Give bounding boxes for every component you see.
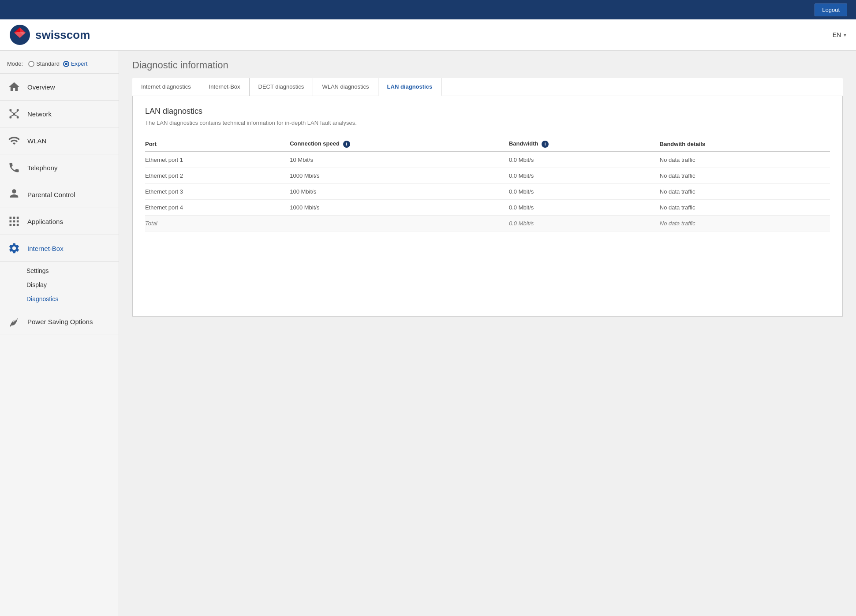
sidebar-item-applications-label: Applications: [27, 218, 63, 225]
total-details: No data traffic: [660, 215, 830, 231]
header: swisscom EN ▼: [0, 19, 856, 51]
apps-icon: [7, 214, 21, 228]
sidebar-item-power[interactable]: Power Saving Options: [0, 308, 119, 335]
lan-diagnostics-table: Port Connection speed i Bandwidth i Band…: [145, 137, 830, 231]
sidebar-item-wlan[interactable]: WLAN: [0, 127, 119, 154]
details-2: No data traffic: [660, 168, 830, 183]
tab-lan-diagnostics[interactable]: LAN diagnostics: [378, 78, 442, 96]
svg-rect-17: [13, 220, 15, 223]
mode-label: Mode:: [7, 60, 23, 67]
lan-diagnostics-description: The LAN diagnostics contains technical i…: [145, 119, 830, 126]
settings-cog-icon: [7, 241, 21, 255]
svg-rect-16: [10, 220, 12, 223]
mode-expert-radio[interactable]: [63, 61, 69, 67]
lang-label: EN: [833, 31, 841, 38]
submenu-item-display[interactable]: Display: [26, 278, 119, 292]
sidebar-item-applications[interactable]: Applications: [0, 208, 119, 235]
lan-diagnostics-panel: LAN diagnostics The LAN diagnostics cont…: [132, 96, 843, 317]
sidebar-item-internet-box[interactable]: Internet-Box: [0, 235, 119, 262]
total-row: Total 0.0 Mbit/s No data traffic: [145, 215, 830, 231]
top-bar: Logout: [0, 0, 856, 19]
speed-4: 1000 Mbit/s: [290, 199, 509, 215]
mode-standard-radio[interactable]: [28, 61, 34, 67]
port-1: Ethernet port 1: [145, 152, 290, 168]
sidebar-item-parental-label: Parental Control: [27, 191, 75, 198]
submenu-item-diagnostics[interactable]: Diagnostics: [26, 292, 119, 306]
sidebar-item-overview-label: Overview: [27, 83, 55, 91]
speed-3: 100 Mbit/s: [290, 183, 509, 199]
connection-speed-info-icon[interactable]: i: [343, 141, 350, 148]
svg-line-10: [14, 111, 18, 114]
sidebar-item-telephony[interactable]: Telephony: [0, 154, 119, 181]
bandwidth-3: 0.0 Mbit/s: [509, 183, 660, 199]
col-details: Bandwith details: [660, 137, 830, 152]
internet-box-submenu: Settings Display Diagnostics: [0, 262, 119, 308]
mode-standard-label: Standard: [36, 60, 60, 67]
details-1: No data traffic: [660, 152, 830, 168]
language-selector[interactable]: EN ▼: [833, 31, 847, 38]
total-label: Total: [145, 215, 290, 231]
swisscom-logo-icon: [9, 24, 31, 46]
mode-standard-option[interactable]: Standard: [28, 60, 60, 67]
svg-rect-15: [17, 217, 19, 219]
svg-rect-20: [13, 224, 15, 226]
sidebar-item-parental[interactable]: Parental Control: [0, 181, 119, 208]
port-3: Ethernet port 3: [145, 183, 290, 199]
sidebar-item-wlan-label: WLAN: [27, 137, 46, 145]
parental-control-icon: [7, 187, 21, 202]
mode-expert-label: Expert: [71, 60, 88, 67]
svg-rect-8: [17, 116, 19, 119]
mode-selector: Mode: Standard Expert: [0, 55, 119, 74]
bandwidth-4: 0.0 Mbit/s: [509, 199, 660, 215]
network-icon: [7, 107, 21, 121]
mode-expert-option[interactable]: Expert: [63, 60, 88, 67]
svg-rect-4: [10, 109, 12, 112]
sidebar: Mode: Standard Expert Overview: [0, 51, 119, 616]
sidebar-item-network-label: Network: [27, 110, 52, 118]
content-area: Diagnostic information Internet diagnost…: [119, 51, 856, 616]
table-row: Ethernet port 3 100 Mbit/s 0.0 Mbit/s No…: [145, 183, 830, 199]
phone-icon: [7, 161, 21, 175]
sidebar-item-internet-box-label: Internet-Box: [27, 245, 64, 252]
tab-internet-diagnostics[interactable]: Internet diagnostics: [132, 78, 200, 96]
svg-line-9: [11, 111, 14, 114]
svg-rect-18: [17, 220, 19, 223]
brand-name: swisscom: [35, 28, 90, 42]
bandwidth-2: 0.0 Mbit/s: [509, 168, 660, 183]
svg-rect-21: [17, 224, 19, 226]
svg-rect-19: [10, 224, 12, 226]
tab-bar: Internet diagnostics Internet-Box DECT d…: [132, 78, 843, 96]
sidebar-item-overview[interactable]: Overview: [0, 74, 119, 101]
sidebar-item-power-label: Power Saving Options: [27, 318, 93, 325]
speed-1: 10 Mbit/s: [290, 152, 509, 168]
details-3: No data traffic: [660, 183, 830, 199]
bandwidth-info-icon[interactable]: i: [542, 141, 549, 148]
sidebar-item-network[interactable]: Network: [0, 101, 119, 127]
svg-line-12: [14, 115, 18, 116]
tab-dect-diagnostics[interactable]: DECT diagnostics: [250, 78, 314, 96]
svg-line-11: [11, 115, 14, 116]
table-row: Ethernet port 4 1000 Mbit/s 0.0 Mbit/s N…: [145, 199, 830, 215]
leaf-icon: [7, 314, 21, 329]
table-row: Ethernet port 1 10 Mbit/s 0.0 Mbit/s No …: [145, 152, 830, 168]
total-bandwidth: 0.0 Mbit/s: [509, 215, 660, 231]
svg-rect-14: [13, 217, 15, 219]
logout-button[interactable]: Logout: [815, 4, 847, 16]
port-4: Ethernet port 4: [145, 199, 290, 215]
speed-2: 1000 Mbit/s: [290, 168, 509, 183]
sidebar-item-telephony-label: Telephony: [27, 164, 57, 172]
submenu-item-settings[interactable]: Settings: [26, 264, 119, 278]
tab-internet-box[interactable]: Internet-Box: [200, 78, 250, 96]
svg-rect-5: [17, 109, 19, 112]
logo-area: swisscom: [9, 24, 90, 46]
lan-diagnostics-title: LAN diagnostics: [145, 107, 830, 116]
col-bandwidth: Bandwidth i: [509, 137, 660, 152]
bandwidth-1: 0.0 Mbit/s: [509, 152, 660, 168]
tab-wlan-diagnostics[interactable]: WLAN diagnostics: [313, 78, 378, 96]
svg-rect-7: [10, 116, 12, 119]
wifi-icon: [7, 134, 21, 148]
page-title: Diagnostic information: [132, 60, 843, 71]
details-4: No data traffic: [660, 199, 830, 215]
col-speed: Connection speed i: [290, 137, 509, 152]
home-icon: [7, 80, 21, 94]
